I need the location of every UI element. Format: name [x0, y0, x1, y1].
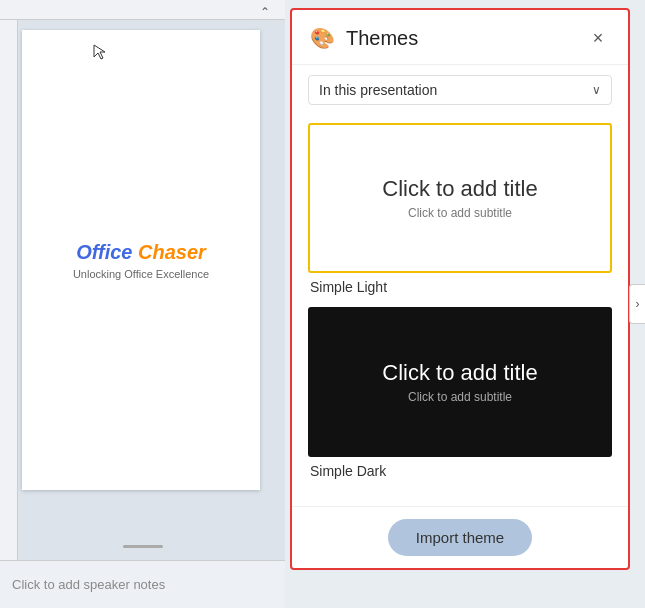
brand-chaser: Chaser: [132, 241, 205, 263]
slide-canvas: Office Chaser Unlocking Office Excellenc…: [22, 30, 260, 490]
theme-name-light: Simple Light: [310, 279, 612, 295]
themes-panel: 🎨 Themes × In this presentation ∨ Click …: [290, 8, 630, 570]
ruler-top: ⌃: [0, 0, 285, 20]
theme-card-dark[interactable]: Click to add title Click to add subtitle…: [308, 307, 612, 479]
speaker-notes[interactable]: Click to add speaker notes: [0, 560, 285, 608]
theme-name-dark: Simple Dark: [310, 463, 612, 479]
collapse-button[interactable]: ⌃: [253, 4, 277, 20]
theme-preview-dark[interactable]: Click to add title Click to add subtitle: [308, 307, 612, 457]
scroll-indicator: [123, 545, 163, 548]
ruler-left: [0, 20, 18, 560]
themes-dropdown-wrapper: In this presentation ∨: [292, 65, 628, 115]
right-collapse-button[interactable]: ›: [629, 284, 645, 324]
theme-preview-light-subtitle: Click to add subtitle: [408, 206, 512, 220]
themes-dropdown[interactable]: In this presentation ∨: [308, 75, 612, 105]
themes-footer: Import theme: [292, 506, 628, 568]
import-theme-button[interactable]: Import theme: [388, 519, 532, 556]
slide-area: ⌃ Office Chaser Unlocking Office Excelle…: [0, 0, 285, 560]
themes-header: 🎨 Themes ×: [292, 10, 628, 65]
chevron-down-icon: ∨: [592, 83, 601, 97]
theme-preview-light[interactable]: Click to add title Click to add subtitle: [308, 123, 612, 273]
themes-content[interactable]: Click to add title Click to add subtitle…: [292, 115, 628, 506]
theme-preview-dark-subtitle: Click to add subtitle: [408, 390, 512, 404]
dropdown-label: In this presentation: [319, 82, 437, 98]
slide-subtitle: Unlocking Office Excellence: [73, 268, 209, 280]
brand-office: Office: [76, 241, 132, 263]
palette-icon: 🎨: [308, 24, 336, 52]
chevron-right-icon: ›: [636, 297, 640, 311]
themes-close-button[interactable]: ×: [584, 24, 612, 52]
slide-brand: Office Chaser: [76, 241, 206, 264]
theme-preview-dark-title: Click to add title: [382, 360, 537, 386]
speaker-notes-placeholder: Click to add speaker notes: [12, 577, 165, 592]
theme-preview-light-title: Click to add title: [382, 176, 537, 202]
themes-title: Themes: [346, 27, 584, 50]
theme-card-light[interactable]: Click to add title Click to add subtitle…: [308, 123, 612, 295]
